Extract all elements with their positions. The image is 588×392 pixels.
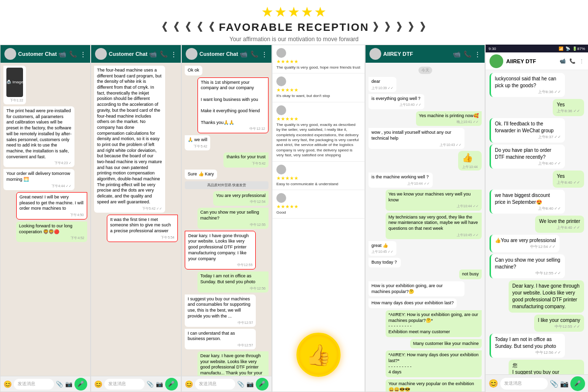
emoji-icon[interactable]: 😊 [3,380,12,388]
message-input-2[interactable]: 发送消息 [104,379,145,390]
msg-time: 上午10:44 ✓✓ [389,204,479,208]
emoji-icon[interactable]: 😊 [94,380,102,388]
list-item: Dear kary. I have gone through your webs… [509,280,584,313]
chat-icons-1[interactable]: 📹 📞 ⋮ [58,50,86,58]
chat-icons-4[interactable]: 📹 📞 ⋮ [453,50,481,58]
msg-text: we have biggest discount price in Septem… [495,192,561,206]
more-icon[interactable]: ⋮ [579,58,584,64]
list-item: Your order will delivery tomorrow mornin… [3,169,74,190]
wifi-icon: 📡 [565,47,570,51]
mic-button[interactable]: 🎤 [74,378,87,391]
right-message-input[interactable]: 发送消息 [500,378,548,390]
msg-text: Ok ok [188,68,199,73]
camera-icon[interactable]: 📷 [560,380,568,388]
message-input-3[interactable]: 发送消息 [195,379,235,390]
menu-icon[interactable]: ⋮ [474,50,481,58]
chat-panel-4: AIIREY DTF 📹 📞 ⋮ 今天 dear 上午10:39 ✓✓ is e… [365,45,485,392]
call-icon[interactable]: 📞 [160,50,168,58]
camera-icon[interactable]: 📷 [246,381,254,388]
chat-image-msg: 🖨️ Image 下午1:22 [3,66,26,104]
mic-button[interactable]: 🎤 [165,378,178,391]
chat-input-2: 😊 发送消息 📎 📷 🎤 [91,376,181,392]
right-mic-button[interactable]: 🎤 [570,376,585,391]
msg-text: My technicians say very good, they like … [389,215,478,231]
arrows-left: 《《《《《 [156,20,215,35]
attach-icon[interactable]: 📎 [56,381,63,388]
attach-icon[interactable]: 📎 [237,381,245,388]
thumbs-up-badge: 👍 [296,333,341,377]
review-avatar [276,193,361,203]
msg-time: 下午5:54 [110,235,174,240]
msg-time: 上午8:40 ✓✓ [495,161,561,166]
emoji-icon[interactable]: 😊 [185,380,193,388]
chat-input-3: 😊 发送消息 📎 📷 🎤 [182,376,271,392]
msg-text: You are very professional [216,193,266,198]
review-item: ★★★★★ The quality is very good, exactly … [272,102,365,162]
msg-text: We love the printer [539,218,580,225]
chat-icons-3[interactable]: 📹 📞 ⋮ [240,50,268,58]
menu-icon[interactable]: ⋮ [171,50,177,58]
review-text: The quality is very good, exactly as des… [276,122,361,158]
msg-time: 中午12:12 [201,126,265,131]
video-icon[interactable]: 📹 [58,50,66,58]
list-item: Today I am not in office as Sunday. But … [490,334,565,358]
call-icon[interactable]: 📞 [69,50,77,58]
msg-text: How is your exhibition going, are our ma… [371,283,443,294]
list-item: great 👍 上午10:45 ✓✓ [368,241,396,256]
list-item: 您I suggest you buy our machines and cons… [509,360,584,374]
msg-text: Busy today？ [371,260,398,265]
msg-time: 上午8:36 ✓✓ [495,89,561,95]
list-item: Ok. I'll feedback to the forwarder in We… [490,118,565,142]
msg-text: Today I am not in office as Sunday. But … [495,336,561,350]
chat-panel-2: Customer Chat 📹 📞 ⋮ The four-head machin… [91,45,181,392]
phone-icon[interactable]: 📞 [569,58,575,64]
chat-icons-2[interactable]: 📹 📞 ⋮ [149,50,177,58]
right-chat-body: luckyconsol said that he can pick up the… [486,70,588,374]
video-icon[interactable]: 📹 [240,50,247,58]
video-icon[interactable]: 📹 [149,50,157,58]
msg-time: 下午4:52 [19,236,84,240]
msg-time: 中午12:54 ✓✓ [495,244,556,249]
attach-icon[interactable]: 📎 [147,381,154,388]
right-chat-icons[interactable]: 📹 📞 ⋮ [560,58,584,64]
list-item: Yes 上午8:40 ✓✓ [553,171,584,188]
msg-text: I suggest you buy our machines and consu… [188,296,250,318]
camera-icon[interactable]: 📷 [65,381,73,388]
mic-button[interactable]: 🎤 [256,378,269,391]
list-item: 👍 上午10:44 [458,151,482,171]
chat-body-4: 今天 dear 上午10:39 ✓✓ is everything going w… [366,63,485,392]
msg-time: 上午10:40 ✓✓ [371,102,421,107]
msg-time: 上午8:40 ✓✓ [539,225,580,230]
product-image: 🖨️ Image [6,68,23,97]
video-icon[interactable]: 📹 [453,50,461,58]
msg-text: Your order will delivery tomorrow mornin… [6,171,70,182]
avatar-1 [276,76,286,86]
list-item: How many days does your exhibition last? [368,298,457,308]
chat-body-2: The four-head machine uses a different b… [91,63,181,376]
chat-panel-3: Customer Chat 📹 📞 ⋮ Ok ok This is 1st sh… [181,45,272,392]
msg-text: great 👍 [371,243,388,248]
list-item: we have biggest discount price in Septem… [490,190,565,214]
menu-icon[interactable]: ⋮ [261,50,268,58]
call-icon[interactable]: 📞 [464,50,471,58]
msg-text: luckyconsol said that he can pick up the… [495,75,561,89]
msg-text: Can you show me your selling machine? [495,257,561,270]
msg-text: Dear kary. I have gone through your webs… [188,233,248,261]
list-item: I suggest you buy our machines and consu… [185,294,256,327]
msg-text: Many customer like your machine [413,341,479,346]
list-item: Do you have plan to order DTF machine re… [490,145,565,169]
attach-icon[interactable]: 📎 [550,380,558,388]
list-item: This is 1st shipment your company and ou… [197,77,269,134]
avatar-2 [276,105,286,115]
menu-icon[interactable]: ⋮ [80,50,86,58]
emoji-icon[interactable]: 😊 [489,379,498,388]
call-icon[interactable]: 📞 [250,50,258,58]
list-item: Yes 上午8:36 ✓✓ [553,99,584,116]
list-item: Yes we know your machines very well you … [386,190,482,210]
msg-time: 下午4:44 ✓✓ [6,184,72,188]
video-call-icon[interactable]: 📹 [560,58,565,64]
msg-text: Yes machine is printing now🥰 [419,113,479,118]
avatar-4 [276,193,286,203]
camera-icon[interactable]: 📷 [156,381,163,388]
message-input-1[interactable]: 发送消息 [14,379,54,390]
